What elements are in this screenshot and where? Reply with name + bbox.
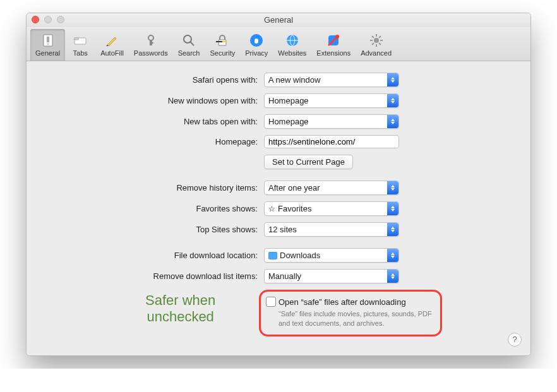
tab-advanced[interactable]: Advanced bbox=[356, 29, 397, 61]
chevrons-icon bbox=[387, 94, 398, 107]
tab-label: Advanced bbox=[361, 49, 392, 57]
security-icon bbox=[212, 32, 232, 49]
label-homepage: Homepage: bbox=[43, 137, 264, 146]
select-new-tabs[interactable]: Homepage bbox=[264, 114, 399, 129]
chevrons-icon bbox=[387, 270, 398, 283]
titlebar: General bbox=[27, 13, 530, 27]
chevrons-icon bbox=[387, 181, 398, 194]
tabs-icon bbox=[70, 32, 90, 49]
select-download-location[interactable]: Downloads bbox=[264, 248, 399, 263]
tab-label: Passwords bbox=[134, 49, 168, 57]
svg-line-26 bbox=[379, 36, 381, 38]
tab-label: AutoFill bbox=[100, 49, 124, 57]
label-remove-history: Remove history items: bbox=[43, 183, 264, 193]
svg-rect-1 bbox=[47, 37, 49, 42]
tab-passwords[interactable]: Passwords bbox=[129, 29, 173, 61]
label-safari-opens: Safari opens with: bbox=[43, 75, 264, 85]
tab-label: Search bbox=[178, 49, 200, 57]
chevrons-icon bbox=[387, 202, 398, 215]
select-remove-downloads[interactable]: Manually bbox=[264, 269, 399, 283]
svg-rect-12 bbox=[216, 41, 223, 42]
tab-label: Tabs bbox=[73, 49, 88, 57]
svg-rect-4 bbox=[75, 38, 78, 40]
content-area: Safari opens with: A new window New wind… bbox=[27, 61, 530, 355]
passwords-icon bbox=[141, 32, 161, 49]
svg-line-24 bbox=[379, 43, 381, 45]
svg-line-23 bbox=[372, 36, 374, 38]
folder-icon bbox=[268, 252, 277, 259]
tab-search[interactable]: Search bbox=[173, 29, 205, 61]
tab-websites[interactable]: Websites bbox=[273, 29, 311, 61]
homepage-field[interactable] bbox=[264, 135, 399, 148]
search-icon bbox=[179, 32, 199, 49]
svg-point-5 bbox=[148, 35, 153, 40]
open-safe-files-description: “Safe” files include movies, pictures, s… bbox=[278, 309, 433, 328]
extensions-icon bbox=[323, 32, 344, 49]
svg-rect-14 bbox=[255, 39, 258, 44]
general-icon bbox=[38, 32, 58, 49]
tab-label: Websites bbox=[278, 49, 306, 57]
select-safari-opens-with[interactable]: A new window bbox=[264, 73, 399, 87]
privacy-icon bbox=[246, 32, 267, 49]
tab-privacy[interactable]: Privacy bbox=[240, 29, 273, 61]
svg-point-18 bbox=[374, 38, 379, 43]
preferences-window: General General Tabs AutoFill Passwords bbox=[26, 13, 531, 356]
preferences-toolbar: General Tabs AutoFill Passwords Search bbox=[27, 27, 530, 61]
annotation-highlight-box: Open “safe” files after downloading “Saf… bbox=[259, 290, 442, 336]
star-icon: ☆ bbox=[268, 205, 275, 213]
tab-general[interactable]: General bbox=[30, 29, 65, 61]
chevrons-icon bbox=[387, 115, 398, 128]
autofill-icon bbox=[102, 32, 122, 49]
label-new-tabs: New tabs open with: bbox=[43, 117, 264, 126]
svg-rect-7 bbox=[150, 42, 153, 44]
window-title: General bbox=[27, 15, 530, 25]
chevrons-icon bbox=[387, 73, 398, 86]
tab-label: General bbox=[35, 49, 60, 57]
label-top-sites: Top Sites shows: bbox=[43, 225, 264, 234]
help-button[interactable]: ? bbox=[508, 333, 522, 347]
tab-label: Extensions bbox=[316, 49, 350, 57]
select-favorites[interactable]: ☆Favorites bbox=[264, 201, 399, 216]
advanced-icon bbox=[366, 32, 386, 49]
select-remove-history[interactable]: After one year bbox=[264, 181, 399, 195]
label-favorites: Favorites shows: bbox=[43, 204, 264, 213]
label-remove-downloads: Remove download list items: bbox=[43, 271, 264, 281]
open-safe-files-checkbox[interactable] bbox=[266, 297, 276, 307]
tab-security[interactable]: Security bbox=[205, 29, 240, 61]
select-new-windows[interactable]: Homepage bbox=[264, 93, 399, 108]
svg-line-25 bbox=[372, 43, 374, 45]
tab-label: Security bbox=[210, 49, 235, 57]
svg-rect-10 bbox=[219, 40, 226, 45]
tab-label: Privacy bbox=[245, 49, 268, 57]
svg-line-9 bbox=[190, 42, 194, 45]
label-new-windows: New windows open with: bbox=[43, 96, 264, 105]
annotation-text: Safer when unchecked bbox=[145, 292, 215, 326]
open-safe-files-label: Open “safe” files after downloading bbox=[278, 297, 406, 307]
label-download-location: File download location: bbox=[43, 251, 264, 260]
tab-extensions[interactable]: Extensions bbox=[311, 29, 356, 61]
chevrons-icon bbox=[387, 223, 398, 236]
svg-point-2 bbox=[47, 44, 49, 45]
select-top-sites[interactable]: 12 sites bbox=[264, 222, 399, 237]
chevrons-icon bbox=[387, 249, 398, 262]
set-current-page-button[interactable]: Set to Current Page bbox=[264, 155, 353, 169]
tab-autofill[interactable]: AutoFill bbox=[95, 29, 129, 61]
svg-point-17 bbox=[335, 35, 339, 39]
websites-icon bbox=[282, 32, 302, 49]
tab-tabs[interactable]: Tabs bbox=[65, 29, 95, 61]
